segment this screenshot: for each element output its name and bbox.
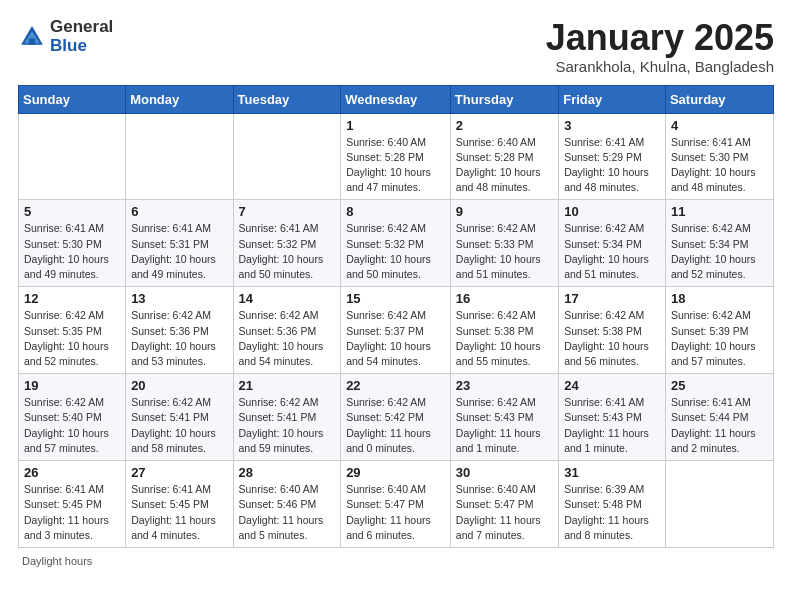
day-number: 7 [239,204,336,219]
weekday-header-monday: Monday [126,85,233,113]
weekday-header-row: SundayMondayTuesdayWednesdayThursdayFrid… [19,85,774,113]
day-number: 5 [24,204,120,219]
title-block: January 2025 Sarankhola, Khulna, Banglad… [546,18,774,75]
calendar-cell: 9Sunrise: 6:42 AM Sunset: 5:33 PM Daylig… [450,200,558,287]
calendar-cell: 16Sunrise: 6:42 AM Sunset: 5:38 PM Dayli… [450,287,558,374]
day-number: 31 [564,465,660,480]
day-info: Sunrise: 6:41 AM Sunset: 5:30 PM Dayligh… [671,135,768,196]
calendar-cell: 15Sunrise: 6:42 AM Sunset: 5:37 PM Dayli… [341,287,451,374]
day-number: 1 [346,118,445,133]
day-info: Sunrise: 6:40 AM Sunset: 5:47 PM Dayligh… [346,482,445,543]
calendar-cell: 12Sunrise: 6:42 AM Sunset: 5:35 PM Dayli… [19,287,126,374]
day-number: 26 [24,465,120,480]
calendar-cell: 5Sunrise: 6:41 AM Sunset: 5:30 PM Daylig… [19,200,126,287]
day-number: 22 [346,378,445,393]
day-number: 3 [564,118,660,133]
calendar-cell: 27Sunrise: 6:41 AM Sunset: 5:45 PM Dayli… [126,461,233,548]
calendar-cell: 22Sunrise: 6:42 AM Sunset: 5:42 PM Dayli… [341,374,451,461]
day-info: Sunrise: 6:41 AM Sunset: 5:45 PM Dayligh… [24,482,120,543]
day-info: Sunrise: 6:40 AM Sunset: 5:28 PM Dayligh… [456,135,553,196]
calendar-cell [665,461,773,548]
calendar-cell: 19Sunrise: 6:42 AM Sunset: 5:40 PM Dayli… [19,374,126,461]
day-number: 28 [239,465,336,480]
calendar-cell: 28Sunrise: 6:40 AM Sunset: 5:46 PM Dayli… [233,461,341,548]
calendar-cell: 11Sunrise: 6:42 AM Sunset: 5:34 PM Dayli… [665,200,773,287]
day-info: Sunrise: 6:41 AM Sunset: 5:44 PM Dayligh… [671,395,768,456]
logo-text: General Blue [50,18,113,55]
day-info: Sunrise: 6:40 AM Sunset: 5:28 PM Dayligh… [346,135,445,196]
weekday-header-thursday: Thursday [450,85,558,113]
calendar-cell: 6Sunrise: 6:41 AM Sunset: 5:31 PM Daylig… [126,200,233,287]
calendar-week-row: 19Sunrise: 6:42 AM Sunset: 5:40 PM Dayli… [19,374,774,461]
footer: Daylight hours [18,555,774,567]
calendar-cell: 14Sunrise: 6:42 AM Sunset: 5:36 PM Dayli… [233,287,341,374]
calendar-week-row: 1Sunrise: 6:40 AM Sunset: 5:28 PM Daylig… [19,113,774,200]
day-info: Sunrise: 6:42 AM Sunset: 5:41 PM Dayligh… [131,395,227,456]
calendar-week-row: 26Sunrise: 6:41 AM Sunset: 5:45 PM Dayli… [19,461,774,548]
day-info: Sunrise: 6:40 AM Sunset: 5:46 PM Dayligh… [239,482,336,543]
day-info: Sunrise: 6:42 AM Sunset: 5:43 PM Dayligh… [456,395,553,456]
day-info: Sunrise: 6:42 AM Sunset: 5:32 PM Dayligh… [346,221,445,282]
month-title: January 2025 [546,18,774,58]
day-info: Sunrise: 6:42 AM Sunset: 5:38 PM Dayligh… [456,308,553,369]
calendar-cell [126,113,233,200]
calendar-cell: 26Sunrise: 6:41 AM Sunset: 5:45 PM Dayli… [19,461,126,548]
day-number: 30 [456,465,553,480]
day-number: 27 [131,465,227,480]
calendar-week-row: 12Sunrise: 6:42 AM Sunset: 5:35 PM Dayli… [19,287,774,374]
calendar-cell: 8Sunrise: 6:42 AM Sunset: 5:32 PM Daylig… [341,200,451,287]
logo-blue: Blue [50,37,113,56]
calendar-cell: 30Sunrise: 6:40 AM Sunset: 5:47 PM Dayli… [450,461,558,548]
calendar-cell: 24Sunrise: 6:41 AM Sunset: 5:43 PM Dayli… [559,374,666,461]
weekday-header-wednesday: Wednesday [341,85,451,113]
day-info: Sunrise: 6:42 AM Sunset: 5:34 PM Dayligh… [564,221,660,282]
day-number: 10 [564,204,660,219]
day-number: 8 [346,204,445,219]
day-info: Sunrise: 6:41 AM Sunset: 5:31 PM Dayligh… [131,221,227,282]
day-number: 4 [671,118,768,133]
day-info: Sunrise: 6:42 AM Sunset: 5:36 PM Dayligh… [239,308,336,369]
calendar-cell: 1Sunrise: 6:40 AM Sunset: 5:28 PM Daylig… [341,113,451,200]
day-number: 19 [24,378,120,393]
day-info: Sunrise: 6:42 AM Sunset: 5:42 PM Dayligh… [346,395,445,456]
day-info: Sunrise: 6:41 AM Sunset: 5:29 PM Dayligh… [564,135,660,196]
day-info: Sunrise: 6:42 AM Sunset: 5:34 PM Dayligh… [671,221,768,282]
day-info: Sunrise: 6:42 AM Sunset: 5:38 PM Dayligh… [564,308,660,369]
logo-general: General [50,18,113,37]
calendar-cell [233,113,341,200]
day-number: 17 [564,291,660,306]
svg-rect-2 [29,38,35,44]
day-number: 6 [131,204,227,219]
logo: General Blue [18,18,113,55]
calendar-cell: 25Sunrise: 6:41 AM Sunset: 5:44 PM Dayli… [665,374,773,461]
day-info: Sunrise: 6:40 AM Sunset: 5:47 PM Dayligh… [456,482,553,543]
calendar-cell: 20Sunrise: 6:42 AM Sunset: 5:41 PM Dayli… [126,374,233,461]
calendar-cell: 2Sunrise: 6:40 AM Sunset: 5:28 PM Daylig… [450,113,558,200]
calendar-cell: 3Sunrise: 6:41 AM Sunset: 5:29 PM Daylig… [559,113,666,200]
day-info: Sunrise: 6:39 AM Sunset: 5:48 PM Dayligh… [564,482,660,543]
calendar-cell: 13Sunrise: 6:42 AM Sunset: 5:36 PM Dayli… [126,287,233,374]
weekday-header-sunday: Sunday [19,85,126,113]
calendar-cell: 4Sunrise: 6:41 AM Sunset: 5:30 PM Daylig… [665,113,773,200]
day-number: 11 [671,204,768,219]
day-info: Sunrise: 6:42 AM Sunset: 5:33 PM Dayligh… [456,221,553,282]
weekday-header-friday: Friday [559,85,666,113]
logo-icon [18,23,46,51]
day-info: Sunrise: 6:42 AM Sunset: 5:39 PM Dayligh… [671,308,768,369]
day-number: 25 [671,378,768,393]
day-number: 2 [456,118,553,133]
day-info: Sunrise: 6:42 AM Sunset: 5:35 PM Dayligh… [24,308,120,369]
calendar-cell: 29Sunrise: 6:40 AM Sunset: 5:47 PM Dayli… [341,461,451,548]
calendar-cell: 31Sunrise: 6:39 AM Sunset: 5:48 PM Dayli… [559,461,666,548]
day-info: Sunrise: 6:42 AM Sunset: 5:40 PM Dayligh… [24,395,120,456]
day-info: Sunrise: 6:41 AM Sunset: 5:43 PM Dayligh… [564,395,660,456]
calendar-cell: 10Sunrise: 6:42 AM Sunset: 5:34 PM Dayli… [559,200,666,287]
calendar-cell: 7Sunrise: 6:41 AM Sunset: 5:32 PM Daylig… [233,200,341,287]
calendar-week-row: 5Sunrise: 6:41 AM Sunset: 5:30 PM Daylig… [19,200,774,287]
day-number: 12 [24,291,120,306]
weekday-header-saturday: Saturday [665,85,773,113]
day-number: 23 [456,378,553,393]
calendar-cell: 17Sunrise: 6:42 AM Sunset: 5:38 PM Dayli… [559,287,666,374]
day-info: Sunrise: 6:41 AM Sunset: 5:45 PM Dayligh… [131,482,227,543]
day-info: Sunrise: 6:41 AM Sunset: 5:32 PM Dayligh… [239,221,336,282]
